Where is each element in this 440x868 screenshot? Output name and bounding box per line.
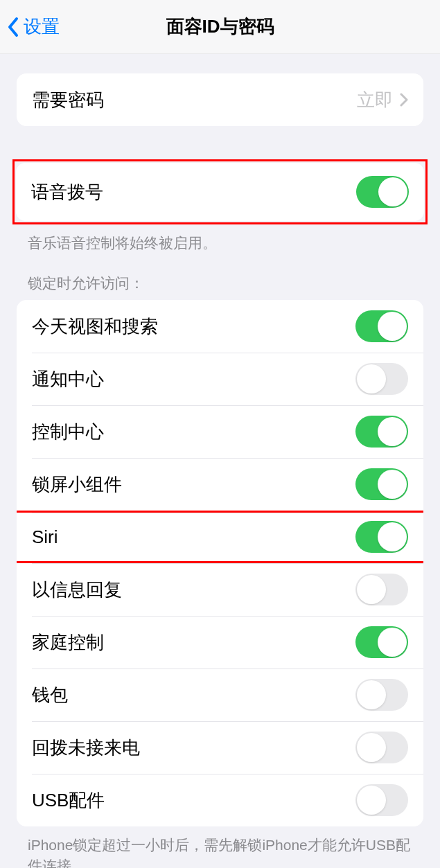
page-title: 面容ID与密码 xyxy=(166,15,274,39)
require-passcode-value: 立即 xyxy=(357,88,393,112)
lock-access-row: 家庭控制 xyxy=(17,616,423,668)
lock-access-label: 通知中心 xyxy=(32,367,104,391)
lock-access-toggle[interactable] xyxy=(355,363,408,395)
lock-access-row: 以信息回复 xyxy=(17,563,423,616)
require-passcode-row[interactable]: 需要密码 立即 xyxy=(17,73,423,126)
lock-access-label: 锁屏小组件 xyxy=(32,472,122,497)
lock-access-toggle[interactable] xyxy=(355,521,408,553)
lock-access-toggle[interactable] xyxy=(355,574,408,605)
lock-access-row: 通知中心 xyxy=(17,353,423,405)
lock-access-label: USB配件 xyxy=(32,788,105,813)
lock-access-footer: iPhone锁定超过一小时后，需先解锁iPhone才能允许USB配件连接。 xyxy=(0,826,440,868)
lock-access-toggle[interactable] xyxy=(355,468,408,500)
lock-access-row: 今天视图和搜索 xyxy=(17,300,423,353)
require-passcode-label: 需要密码 xyxy=(32,88,104,112)
back-button[interactable]: 设置 xyxy=(0,15,60,39)
lock-access-row: 钱包 xyxy=(17,668,423,721)
nav-bar: 设置 面容ID与密码 xyxy=(0,0,440,54)
chevron-left-icon xyxy=(7,17,19,37)
back-label: 设置 xyxy=(24,15,60,39)
lock-access-toggle[interactable] xyxy=(355,679,408,711)
lock-access-label: Siri xyxy=(32,526,58,548)
lock-access-toggle[interactable] xyxy=(355,784,408,816)
lock-access-toggle[interactable] xyxy=(355,416,408,448)
lock-access-label: 回拨未接来电 xyxy=(32,736,140,760)
lock-access-label: 家庭控制 xyxy=(32,630,104,655)
lock-access-label: 以信息回复 xyxy=(32,578,122,602)
voice-dial-toggle[interactable] xyxy=(356,176,409,208)
voice-dial-row: 语音拨号 xyxy=(16,163,424,221)
lock-access-row: 锁屏小组件 xyxy=(17,458,423,511)
lock-access-row: 回拨未接来电 xyxy=(17,721,423,774)
lock-access-toggle[interactable] xyxy=(355,626,408,658)
lock-access-toggle[interactable] xyxy=(355,732,408,763)
voice-dial-highlight: 语音拨号 xyxy=(12,159,428,224)
lock-access-label: 控制中心 xyxy=(32,420,104,444)
lock-access-row: 控制中心 xyxy=(17,405,423,458)
passcode-group: 需要密码 立即 xyxy=(17,73,423,126)
voice-dial-label: 语音拨号 xyxy=(31,180,103,204)
lock-access-label: 今天视图和搜索 xyxy=(32,315,158,339)
lock-access-row: Siri xyxy=(17,511,423,563)
voice-dial-footer: 音乐语音控制将始终被启用。 xyxy=(0,224,440,253)
lock-access-label: 钱包 xyxy=(32,683,68,707)
lock-access-group: 今天视图和搜索通知中心控制中心锁屏小组件Siri以信息回复家庭控制钱包回拨未接来… xyxy=(17,300,423,826)
voice-dial-group: 语音拨号 xyxy=(16,163,424,221)
lock-access-row: USB配件 xyxy=(17,774,423,826)
lock-access-header: 锁定时允许访问： xyxy=(0,274,440,300)
chevron-right-icon xyxy=(400,93,408,107)
lock-access-toggle[interactable] xyxy=(355,310,408,342)
